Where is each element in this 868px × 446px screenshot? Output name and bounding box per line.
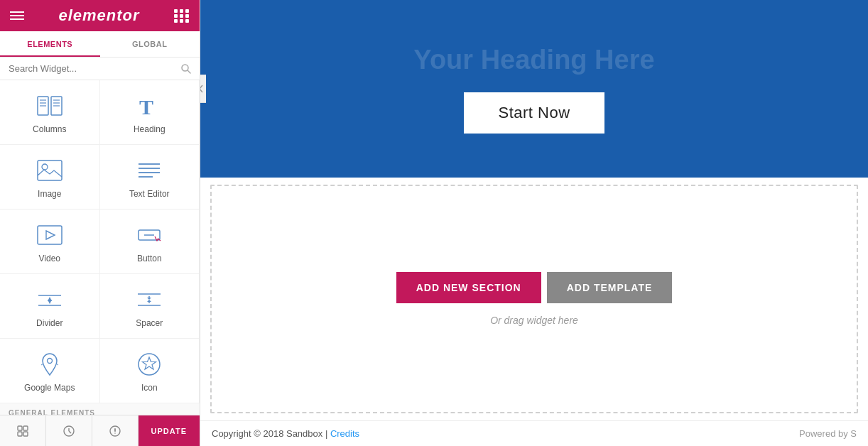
widget-button[interactable]: Button	[100, 210, 200, 274]
search-icon	[181, 64, 191, 74]
columns-label: Columns	[33, 124, 66, 134]
sidebar-footer: UPDATE	[0, 415, 200, 446]
collapse-handle-button[interactable]	[200, 75, 206, 103]
svg-line-43	[69, 431, 71, 433]
google-maps-icon	[37, 352, 63, 377]
google-maps-label: Google Maps	[24, 383, 75, 393]
grid-menu-button[interactable]	[174, 9, 190, 23]
widgets-grid: Columns T Heading Image	[0, 80, 200, 415]
add-new-section-button[interactable]: ADD NEW SECTION	[396, 272, 541, 303]
svg-point-32	[47, 359, 52, 364]
sidebar-header: elementor	[0, 0, 200, 31]
svg-rect-37	[18, 426, 22, 430]
svg-marker-30	[147, 300, 151, 302]
search-bar	[0, 58, 200, 80]
video-label: Video	[39, 254, 60, 263]
footer-copyright: Copyright © 2018 Sandbox | Credits	[212, 428, 359, 439]
divider-label: Divider	[36, 318, 63, 328]
svg-rect-39	[18, 432, 22, 436]
svg-marker-28	[147, 298, 151, 300]
hero-background-title: Your Heading Here	[413, 45, 654, 75]
widget-icon[interactable]: Icon	[100, 339, 200, 403]
widget-heading[interactable]: T Heading	[100, 80, 200, 145]
widget-spacer[interactable]: Spacer	[100, 274, 200, 339]
hamburger-menu-button[interactable]	[10, 11, 24, 20]
canvas-footer: Copyright © 2018 Sandbox | Credits Power…	[200, 420, 868, 446]
svg-marker-36	[143, 357, 156, 369]
svg-rect-38	[23, 426, 28, 430]
heading-icon: T	[136, 93, 162, 119]
widget-video[interactable]: Video	[0, 210, 100, 274]
add-section-buttons: ADD NEW SECTION ADD TEMPLATE	[396, 272, 673, 303]
widget-text-editor[interactable]: Text Editor	[100, 145, 200, 210]
svg-point-46	[114, 433, 116, 434]
text-editor-icon	[136, 158, 162, 183]
svg-text:T: T	[139, 95, 153, 117]
svg-rect-11	[38, 161, 62, 180]
widget-google-maps[interactable]: Google Maps	[0, 339, 100, 403]
update-button[interactable]: UPDATE	[139, 415, 200, 447]
spacer-icon	[136, 287, 162, 312]
credits-link[interactable]: Credits	[330, 428, 359, 439]
widget-image[interactable]: Image	[0, 145, 100, 210]
general-elements-section-label: GENERAL ELEMENTS	[0, 403, 200, 415]
button-label: Button	[137, 254, 162, 263]
widget-divider[interactable]: Divider	[0, 274, 100, 339]
icon-widget-icon	[136, 352, 162, 377]
tab-elements[interactable]: ELEMENTS	[0, 31, 100, 57]
elementor-logo: elementor	[58, 6, 139, 25]
svg-line-1	[188, 70, 190, 73]
icon-label: Icon	[141, 383, 158, 393]
tab-global[interactable]: GLOBAL	[100, 31, 200, 57]
start-now-button[interactable]: Start Now	[464, 92, 604, 134]
svg-point-12	[42, 164, 48, 170]
button-icon	[136, 222, 162, 248]
heading-label: Heading	[134, 124, 166, 134]
image-icon	[37, 158, 63, 183]
divider-icon	[37, 287, 63, 312]
svg-marker-18	[46, 231, 55, 239]
svg-rect-40	[23, 432, 28, 436]
sidebar-tabs: ELEMENTS GLOBAL	[0, 31, 200, 58]
footer-icon-1[interactable]	[0, 415, 46, 447]
add-section-area: ADD NEW SECTION ADD TEMPLATE Or drag wid…	[210, 185, 858, 413]
powered-by: Powered by S	[799, 428, 857, 439]
image-label: Image	[38, 189, 61, 199]
main-canvas: Your Heading Here Start Now ADD NEW SECT…	[200, 0, 868, 446]
sidebar: elementor ELEMENTS GLOBAL	[0, 0, 200, 446]
spacer-label: Spacer	[136, 318, 163, 328]
video-icon	[37, 222, 63, 248]
footer-icon-2[interactable]	[46, 415, 92, 447]
svg-rect-17	[38, 226, 62, 244]
search-input[interactable]	[9, 63, 181, 74]
footer-icon-3[interactable]	[92, 415, 139, 447]
svg-marker-24	[48, 300, 52, 304]
columns-icon	[37, 93, 63, 119]
hero-section: Your Heading Here Start Now	[200, 0, 868, 178]
add-template-button[interactable]: ADD TEMPLATE	[547, 272, 673, 303]
drag-hint: Or drag widget here	[490, 315, 578, 326]
widget-columns[interactable]: Columns	[0, 80, 100, 145]
text-editor-label: Text Editor	[129, 189, 170, 199]
